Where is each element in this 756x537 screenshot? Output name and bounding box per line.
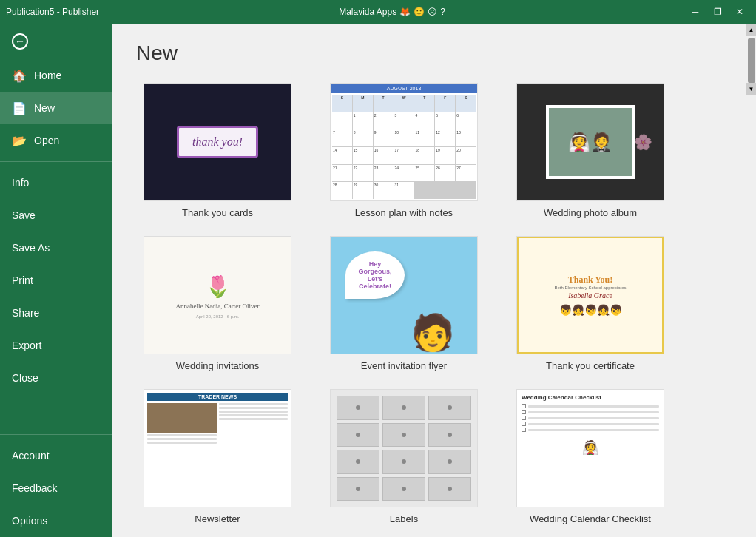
template-label-event-flyer: Event invitation flyer — [361, 360, 447, 371]
template-label-wedding-album: Wedding photo album — [544, 207, 637, 218]
template-grid: thank you! Thank you cards AUGUST 2013 S… — [136, 83, 722, 524]
sidebar-save-label: Save — [12, 209, 36, 221]
thumb-thank-you-cert: Thank You! Beth Elementary School apprec… — [516, 236, 664, 354]
checklist-title: Wedding Calendar Checklist — [522, 394, 659, 401]
template-wedding-checklist[interactable]: Wedding Calendar Checklist — [509, 389, 672, 524]
sidebar-item-close[interactable]: Close — [0, 362, 112, 394]
lesson-col-fri: F — [435, 95, 455, 112]
wedding-flowers-icon: 🌸 — [628, 90, 658, 195]
checklist-bride-icon: 👰 — [522, 439, 659, 456]
sidebar-item-home[interactable]: 🏠 Home — [0, 59, 112, 92]
sidebar-item-feedback[interactable]: Feedback — [0, 472, 112, 504]
template-thank-you-cert[interactable]: Thank You! Beth Elementary School apprec… — [509, 236, 672, 371]
news-body — [147, 403, 288, 504]
thumb-wedding-checklist: Wedding Calendar Checklist — [516, 389, 664, 507]
lesson-month: AUGUST 2013 — [331, 84, 477, 93]
thumb-lesson-plan: AUGUST 2013 S M T W T F S 1 2 3 — [330, 83, 478, 201]
sidebar-item-print[interactable]: Print — [0, 264, 112, 297]
sidebar-account-label: Account — [12, 450, 50, 462]
sidebar-saveas-label: Save As — [12, 242, 50, 254]
sidebar-item-save-as[interactable]: Save As — [0, 232, 112, 264]
check-box-5 — [522, 428, 526, 432]
sidebar-new-label: New — [34, 102, 55, 114]
sidebar-info-label: Info — [12, 177, 29, 189]
template-thank-you-cards[interactable]: thank you! Thank you cards — [136, 83, 299, 218]
titlebar: Publication5 - Publisher Malavida Apps 🦊… — [0, 0, 756, 24]
sidebar-item-new[interactable]: 📄 New — [0, 92, 112, 124]
news-col-2 — [219, 403, 288, 504]
lesson-preview: AUGUST 2013 S M T W T F S 1 2 3 — [331, 84, 477, 200]
template-lesson-plan[interactable]: AUGUST 2013 S M T W T F S 1 2 3 — [323, 83, 485, 218]
template-wedding-album[interactable]: 👰🤵 🌸 Wedding photo album — [509, 83, 672, 218]
template-newsletter[interactable]: TRADER NEWS — [136, 389, 299, 524]
scrollbar-down-button[interactable]: ▼ — [746, 83, 757, 95]
minimize-button[interactable]: ─ — [685, 3, 706, 21]
wedding-preview: 👰🤵 🌸 — [517, 84, 664, 200]
event-bubble-text: Hey Gorgeous, Let's Celebrate! — [345, 251, 405, 299]
sidebar-item-save[interactable]: Save — [0, 199, 112, 232]
restore-button[interactable]: ❐ — [707, 3, 728, 21]
sidebar-bottom: Account Feedback Options — [0, 430, 112, 537]
cert-title: Thank You! — [568, 274, 613, 286]
template-label-newsletter: Newsletter — [195, 513, 240, 524]
lesson-col-thu: T — [414, 95, 434, 112]
template-label-lesson-plan: Lesson plan with notes — [355, 207, 453, 218]
sidebar-item-account[interactable]: Account — [0, 439, 112, 472]
labels-preview — [331, 390, 477, 507]
check-box-2 — [522, 410, 526, 414]
check-box-4 — [522, 422, 526, 426]
invite-date: April 20, 2012 · 6 p.m. — [196, 314, 240, 319]
emoji-smile-icon: 🙂 — [414, 7, 425, 17]
sidebar-options-label: Options — [12, 515, 47, 527]
sidebar-item-info[interactable]: Info — [0, 166, 112, 199]
template-event-flyer[interactable]: Hey Gorgeous, Let's Celebrate! 🧑 Event i… — [323, 236, 485, 371]
page-title: New — [136, 41, 722, 65]
help-icon: ? — [440, 7, 445, 17]
template-label-thank-you-cert: Thank you certificate — [546, 360, 635, 371]
scrollbar: ▲ ▼ — [746, 24, 756, 537]
sidebar-item-share[interactable]: Share — [0, 297, 112, 329]
invite-names: Annabelle Nadia, Carter Oliver — [176, 302, 260, 311]
close-button[interactable]: ✕ — [729, 3, 750, 21]
sidebar-item-options[interactable]: Options — [0, 504, 112, 537]
event-preview: Hey Gorgeous, Let's Celebrate! 🧑 — [331, 237, 477, 354]
cert-kids-icons: 👦👧👦👧👦 — [559, 304, 622, 316]
sidebar-close-label: Close — [12, 372, 38, 384]
newsletter-preview: TRADER NEWS — [144, 390, 291, 507]
thumb-wedding-album: 👰🤵 🌸 — [516, 83, 664, 201]
back-button[interactable]: ← — [0, 24, 112, 59]
scrollbar-up-button[interactable]: ▲ — [746, 24, 757, 36]
lesson-col-sat: S — [456, 95, 476, 112]
malavida-icon: 🦊 — [399, 7, 411, 17]
sidebar: ← 🏠 Home 📄 New 📂 Open Info Save Save As … — [0, 24, 112, 537]
news-header-text: TRADER NEWS — [147, 393, 288, 401]
template-labels[interactable]: Labels — [323, 389, 485, 524]
thumb-newsletter: TRADER NEWS — [144, 389, 291, 507]
invite-preview: 🌷 Annabelle Nadia, Carter Oliver April 2… — [144, 237, 291, 354]
sidebar-item-export[interactable]: Export — [0, 329, 112, 362]
check-box-1 — [522, 404, 526, 408]
template-label-wedding-checklist: Wedding Calendar Checklist — [530, 513, 651, 524]
malavida-label: Malavida Apps — [339, 7, 396, 17]
thumb-event-flyer: Hey Gorgeous, Let's Celebrate! 🧑 — [330, 236, 478, 354]
cert-subtitle: Beth Elementary School appreciates — [554, 286, 626, 290]
template-label-thank-you-cards: Thank you cards — [182, 207, 253, 218]
lesson-col-mon: M — [353, 95, 373, 112]
scrollbar-thumb[interactable] — [748, 38, 755, 83]
titlebar-app-info: Publication5 - Publisher — [6, 7, 99, 17]
app-title: Publication5 - Publisher — [6, 7, 99, 17]
thumb-wedding-invitations: 🌷 Annabelle Nadia, Carter Oliver April 2… — [144, 236, 291, 354]
lesson-col-wed: W — [394, 95, 414, 112]
invite-flower-icon: 🌷 — [205, 274, 231, 299]
sidebar-divider-2 — [0, 434, 112, 435]
sidebar-print-label: Print — [12, 274, 33, 286]
sidebar-home-label: Home — [34, 70, 61, 81]
sidebar-share-label: Share — [12, 307, 39, 319]
cert-preview: Thank You! Beth Elementary School apprec… — [517, 237, 664, 354]
template-wedding-invitations[interactable]: 🌷 Annabelle Nadia, Carter Oliver April 2… — [136, 236, 299, 371]
thumb-labels — [330, 389, 478, 507]
sidebar-export-label: Export — [12, 340, 41, 351]
thankyou-bg: thank you! — [144, 84, 291, 200]
malavida-apps: Malavida Apps 🦊 🙂 ☹ ? — [339, 7, 445, 17]
sidebar-item-open[interactable]: 📂 Open — [0, 124, 112, 157]
